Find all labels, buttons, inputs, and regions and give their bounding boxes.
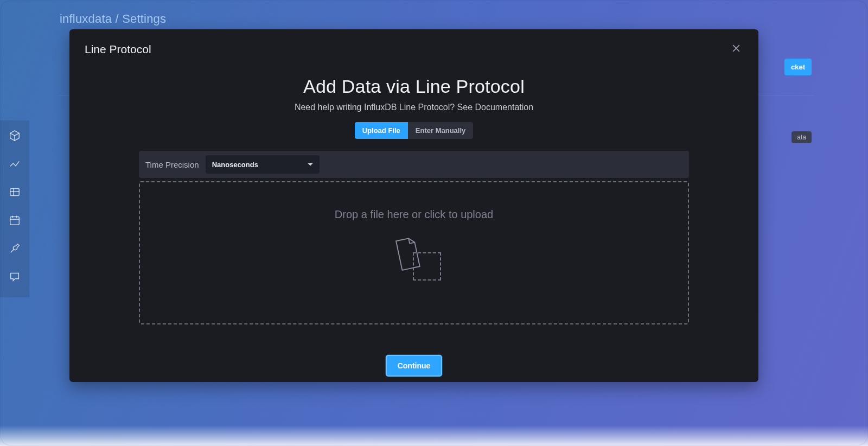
line-protocol-modal: Line Protocol Add Data via Line Protocol… <box>69 29 758 382</box>
breadcrumb[interactable]: influxdata / Settings <box>60 12 166 26</box>
modal-title: Line Protocol <box>85 43 151 56</box>
file-icon <box>391 236 423 274</box>
breadcrumb-sep: / <box>116 12 119 26</box>
bottom-fade <box>0 425 868 446</box>
breadcrumb-page[interactable]: Settings <box>122 12 166 26</box>
close-button[interactable] <box>729 42 743 56</box>
tab-enter-manually[interactable]: Enter Manually <box>408 122 473 139</box>
cube-icon[interactable] <box>8 129 21 142</box>
graph-icon[interactable] <box>8 157 21 170</box>
input-mode-segmented: Upload File Enter Manually <box>355 122 474 139</box>
file-dropzone[interactable]: Drop a file here or click to upload <box>139 181 689 324</box>
modal-subheading[interactable]: Need help writing InfluxDB Line Protocol… <box>295 103 533 112</box>
modal-body: Add Data via Line Protocol Need help wri… <box>69 56 758 377</box>
calendar-icon[interactable] <box>8 214 21 227</box>
time-precision-select[interactable]: Nanoseconds <box>206 155 320 174</box>
modal-heading: Add Data via Line Protocol <box>303 76 525 97</box>
nav-rail <box>0 125 29 288</box>
wrench-icon[interactable] <box>8 242 21 255</box>
grid-icon[interactable] <box>8 186 21 199</box>
time-precision-bar: Time Precision Nanoseconds <box>139 151 689 178</box>
modal-header: Line Protocol <box>69 29 758 56</box>
create-bucket-button[interactable]: cket <box>784 59 812 75</box>
close-icon <box>731 43 742 56</box>
chat-icon[interactable] <box>8 270 21 283</box>
svg-rect-1 <box>10 217 20 225</box>
time-precision-value: Nanoseconds <box>212 161 258 169</box>
tag-label: ata <box>792 131 812 143</box>
chevron-down-icon <box>308 163 313 166</box>
dropzone-icon-group <box>387 236 441 282</box>
dropzone-label: Drop a file here or click to upload <box>335 208 493 221</box>
continue-button[interactable]: Continue <box>386 355 443 377</box>
tab-upload-file[interactable]: Upload File <box>355 122 408 139</box>
breadcrumb-org[interactable]: influxdata <box>60 12 112 26</box>
svg-rect-0 <box>10 189 20 196</box>
modal-footer: Continue <box>139 355 689 377</box>
time-precision-label: Time Precision <box>145 160 199 169</box>
